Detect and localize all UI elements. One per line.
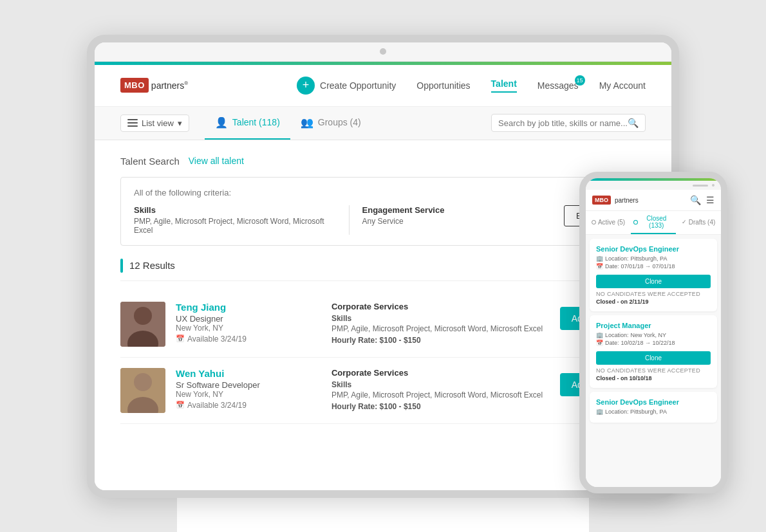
groups-icon: 👥 — [301, 116, 313, 129]
logo-partners: partners® — [151, 80, 188, 91]
all-criteria-label: All of the following criteria: — [134, 188, 632, 197]
calendar-icon-1: 📅 — [176, 401, 185, 409]
phone-card-location-0: 🏢 Location: Pittsburgh, PA — [596, 255, 711, 262]
phone-card-2: Senior DevOps Engineer 🏢 Location: Pitts… — [590, 392, 717, 423]
nav-links: + Create Opportunity Opportunities Talen… — [297, 77, 646, 95]
phone-card-1: Project Manager 🏢 Location: New York, NY… — [590, 315, 717, 388]
criteria-row: Skills PMP, Agile, Microsoft Project, Mi… — [134, 205, 632, 235]
results-header: 12 Results — [120, 259, 646, 281]
talent-search-title: Talent Search — [120, 156, 180, 167]
phone-device: MBO partners 🔍 ☰ Active (5) Closed (133)… — [579, 172, 727, 493]
phone-card-title-0[interactable]: Senior DevOps Engineer — [596, 245, 711, 253]
skills-criteria: Skills PMP, Agile, Microsoft Project, Mi… — [134, 205, 350, 235]
talent-name-1[interactable]: Wen Yahui — [176, 368, 321, 379]
phone-logo-partners: partners — [615, 197, 639, 204]
phone-menu-icon[interactable]: ☰ — [706, 195, 715, 205]
phone-card-date-0: 📅 Date: 07/01/18 → 07/01/18 — [596, 263, 711, 270]
svg-point-4 — [134, 373, 152, 391]
engagement-criteria: Engagement Service Any Service — [350, 205, 565, 226]
search-input[interactable] — [498, 118, 628, 128]
phone-no-candidates-0: NO CANDIDATES WERE ACCEPTED — [596, 291, 711, 297]
messages-badge-count: 15 — [575, 75, 585, 86]
phone-closed-date-0: Closed - on 2/11/19 — [596, 298, 711, 305]
phone-topbar-line — [693, 185, 708, 187]
tablet-camera — [380, 48, 386, 55]
phone-dot — [712, 184, 715, 187]
phone-tab-closed[interactable]: Closed (133) — [631, 211, 676, 234]
talent-details-0: Corporate Services Skills PMP, Agile, Mi… — [332, 302, 550, 345]
phone-tab-active[interactable]: Active (5) — [586, 211, 631, 234]
tab-bar: List view ▾ 👤 Talent (118) 👥 Groups (4) … — [95, 107, 671, 140]
list-view-icon — [127, 119, 138, 127]
create-opp-icon: + — [297, 77, 315, 95]
nav-messages[interactable]: Messages 15 — [537, 80, 579, 91]
talent-role-1: Sr Software Developer — [176, 380, 321, 390]
view-all-talent-link[interactable]: View all talent — [189, 156, 244, 166]
talent-name-0[interactable]: Teng Jiang — [176, 302, 321, 313]
phone-icon-buttons: 🔍 ☰ — [690, 195, 715, 205]
view-selector[interactable]: List view ▾ — [120, 115, 189, 132]
phone-card-location-1: 🏢 Location: New York, NY — [596, 332, 711, 338]
phone-content: Senior DevOps Engineer 🏢 Location: Pitts… — [586, 235, 721, 487]
phone-navbar: MBO partners 🔍 ☰ — [586, 190, 721, 211]
phone-tab-drafts[interactable]: ✓ Drafts (4) — [676, 211, 721, 234]
phone-no-candidates-1: NO CANDIDATES WERE ACCEPTED — [596, 367, 711, 374]
nav-talent[interactable]: Talent — [491, 78, 517, 93]
closed-dot-icon — [633, 220, 638, 225]
talent-info-1: Wen Yahui Sr Software Developer New York… — [176, 368, 321, 410]
criteria-section: All of the following criteria: Skills PM… — [120, 177, 646, 246]
phone-card-title-1[interactable]: Project Manager — [596, 322, 711, 329]
tab-talent[interactable]: 👤 Talent (118) — [205, 106, 290, 140]
talent-search-header: Talent Search View all talent — [120, 156, 646, 167]
phone-card-date-1: 📅 Date: 10/02/18 → 10/22/18 — [596, 340, 711, 346]
location-icon-0: 🏢 — [596, 255, 603, 262]
date-icon-1: 📅 — [596, 340, 603, 346]
talent-location-0: New York, NY — [176, 324, 321, 333]
phone-card-location-2: 🏢 Location: Pittsburgh, PA — [596, 408, 711, 415]
phone-card-0: Senior DevOps Engineer 🏢 Location: Pitts… — [590, 239, 717, 311]
location-icon-1: 🏢 — [596, 332, 603, 338]
results-border-accent — [120, 259, 123, 273]
search-icon: 🔍 — [628, 118, 639, 128]
desktop-navbar: MBO partners® + Create Opportunity Oppor… — [95, 65, 671, 107]
nav-opportunities[interactable]: Opportunities — [416, 80, 470, 91]
talent-icon: 👤 — [215, 116, 228, 129]
logo: MBO partners® — [120, 78, 188, 93]
talent-card-1: Wen Yahui Sr Software Developer New York… — [120, 358, 646, 424]
svg-point-1 — [134, 307, 152, 325]
logo-mbo: MBO — [120, 78, 149, 93]
avatar-wen-yahui — [120, 368, 165, 413]
results-count: 12 Results — [129, 260, 175, 271]
calendar-icon-0: 📅 — [176, 335, 185, 343]
phone-clone-button-1[interactable]: Clone — [596, 351, 711, 365]
nav-my-account[interactable]: My Account — [599, 80, 646, 91]
talent-details-1: Corporate Services Skills PMP, Agile, Mi… — [332, 368, 550, 411]
talent-available-0: 📅 Available 3/24/19 — [176, 335, 321, 344]
phone-logo-mbo: MBO — [592, 196, 611, 205]
phone-closed-date-1: Closed - on 10/10/18 — [596, 375, 711, 381]
phone-card-title-2[interactable]: Senior DevOps Engineer — [596, 398, 711, 406]
talent-available-1: 📅 Available 3/24/19 — [176, 401, 321, 410]
phone-tabs: Active (5) Closed (133) ✓ Drafts (4) — [586, 211, 721, 235]
talent-card-0: Teng Jiang UX Designer New York, NY 📅 Av… — [120, 291, 646, 358]
talent-info-0: Teng Jiang UX Designer New York, NY 📅 Av… — [176, 302, 321, 344]
phone-search-icon[interactable]: 🔍 — [690, 195, 701, 205]
date-icon-0: 📅 — [596, 263, 603, 270]
tablet-top-bar — [95, 42, 671, 62]
drafts-check-icon: ✓ — [682, 219, 687, 225]
talent-location-1: New York, NY — [176, 390, 321, 399]
phone-status-bar — [586, 181, 721, 190]
tab-groups[interactable]: 👥 Groups (4) — [290, 106, 371, 140]
active-dot-icon — [592, 220, 596, 225]
location-icon-2: 🏢 — [596, 408, 603, 415]
avatar-teng-jiang — [120, 302, 165, 347]
search-bar[interactable]: 🔍 — [491, 114, 646, 132]
phone-clone-button-0[interactable]: Clone — [596, 275, 711, 288]
create-opportunity-button[interactable]: + Create Opportunity — [297, 77, 396, 95]
talent-role-0: UX Designer — [176, 314, 321, 324]
